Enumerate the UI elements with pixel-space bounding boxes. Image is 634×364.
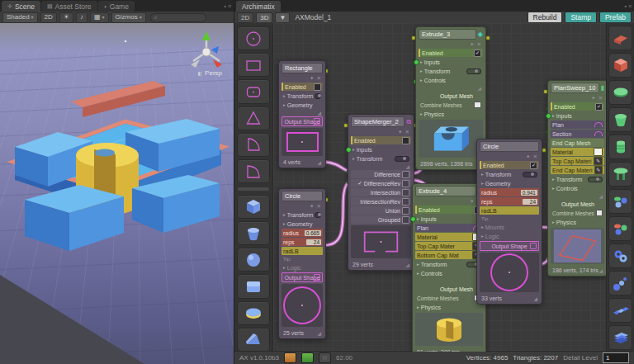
palette-item-cup-mesh[interactable] bbox=[237, 221, 270, 245]
row-param-radius[interactable]: radius0.941 bbox=[480, 188, 539, 196]
node-resize-handle[interactable]: ◢ bbox=[599, 267, 603, 273]
row-geometry[interactable]: ▸Geometry bbox=[480, 179, 539, 187]
node-extrude_4[interactable]: Extrude_4◆✦✕Enabled✓▸InputsPlanMaterialT… bbox=[412, 183, 486, 352]
library-item-green-column[interactable] bbox=[608, 135, 632, 159]
row-param-reps[interactable]: reps24 bbox=[282, 238, 323, 246]
node-title-field[interactable]: Circle bbox=[480, 141, 539, 152]
rebuild-button[interactable]: Rebuild bbox=[528, 12, 563, 23]
row-bottom-cap-mat[interactable]: Bottom Cap Mat✎ bbox=[415, 251, 483, 259]
row-physics[interactable]: ▸Physics bbox=[551, 218, 604, 226]
node-title[interactable]: Circle bbox=[282, 191, 323, 201]
row-radlb[interactable]: radLB bbox=[282, 247, 323, 255]
node-resize-handle[interactable]: ◢ bbox=[533, 295, 537, 301]
node-title-field[interactable]: Extrude_3 bbox=[419, 29, 476, 40]
palette-item-wedge-mesh[interactable] bbox=[237, 328, 270, 352]
library-item-blue-spiral[interactable] bbox=[608, 271, 632, 295]
trash-icon[interactable]: ✕ bbox=[533, 154, 537, 160]
node-title[interactable]: Rectangle bbox=[282, 63, 323, 73]
row-output-shape[interactable]: Output Shape bbox=[282, 116, 323, 126]
node-circle[interactable]: Circle✦✕Enabled✓▸Transform▸Geometryradiu… bbox=[476, 139, 542, 305]
row-end-cap-mesh[interactable]: End Cap Mesh bbox=[551, 139, 604, 147]
row-plan[interactable]: Plan bbox=[415, 224, 483, 232]
mini-slider[interactable] bbox=[315, 212, 321, 218]
row-option-intersectionrev[interactable]: IntersectionRev bbox=[351, 197, 411, 206]
ax-2d-button[interactable]: 2D bbox=[237, 12, 253, 23]
tab-asset-store[interactable]: ▤Asset Store bbox=[41, 1, 97, 12]
row-logic[interactable]: ▸Logic bbox=[480, 232, 539, 240]
palette-item-sphere-mesh[interactable] bbox=[237, 248, 270, 272]
row-enabled[interactable]: Enabled bbox=[351, 136, 411, 144]
row-transform[interactable]: ▸Transform bbox=[415, 260, 483, 268]
row-material[interactable]: Material bbox=[551, 148, 604, 156]
row-option-union[interactable]: Union bbox=[351, 206, 411, 215]
param-value[interactable]: 0.665 bbox=[305, 230, 321, 236]
palette-item-corner-curve-shape[interactable] bbox=[237, 159, 270, 183]
node-resize-handle[interactable]: ◢ bbox=[405, 262, 409, 267]
node-rectangle[interactable]: Rectangle✦✕Enabled▸Transform▸Geometry◢Ou… bbox=[278, 60, 326, 168]
row-option-differencerev[interactable]: ✓DifferenceRev bbox=[351, 179, 411, 187]
row-physics[interactable]: ▸Physics bbox=[419, 110, 483, 118]
row-top-cap-mater[interactable]: Top Cap Mater✎ bbox=[415, 242, 483, 250]
row-transform[interactable]: ▸Transform bbox=[419, 67, 483, 75]
row-enabled[interactable]: Enabled✓ bbox=[415, 206, 483, 214]
node-title-field[interactable]: PlanSweep_10 bbox=[551, 83, 599, 93]
node-title-field[interactable]: Rectangle bbox=[282, 63, 323, 73]
row-transform[interactable]: ▸Transform bbox=[351, 154, 411, 163]
trash-icon[interactable]: ✕ bbox=[599, 95, 603, 102]
z-axis-cone[interactable] bbox=[211, 46, 219, 54]
palette-item-rounded-rect-shape[interactable] bbox=[237, 79, 270, 103]
library-item-green-disc[interactable] bbox=[608, 80, 632, 105]
row-output-shape[interactable]: Output Shape bbox=[282, 272, 323, 282]
row-combine-meshes[interactable]: Combine Meshes bbox=[551, 209, 604, 217]
row-material[interactable]: Material bbox=[415, 233, 483, 241]
library-item-red-sheet[interactable] bbox=[608, 26, 632, 50]
row-combine-meshes[interactable]: Combine Meshes bbox=[419, 101, 483, 109]
row-controls[interactable]: ▸Controls bbox=[415, 269, 483, 277]
node-title[interactable]: ShapeMerger_2⧉ bbox=[351, 116, 411, 127]
trash-icon[interactable]: ✕ bbox=[317, 75, 321, 82]
node-shapemerger_2[interactable]: ShapeMerger_2⧉✦✕Enabled▸Inputs▸Transform… bbox=[348, 114, 414, 271]
lighting-toggle[interactable]: ☀ bbox=[59, 12, 73, 23]
library-item-node-group-a[interactable] bbox=[608, 189, 632, 214]
row-physics[interactable]: ▸Physics bbox=[415, 303, 483, 311]
row-end-cap-materi[interactable]: End Cap Materi✎ bbox=[551, 166, 604, 174]
scene-viewport[interactable]: ◧Persp bbox=[0, 23, 234, 364]
detail-level-input[interactable]: 1 bbox=[603, 352, 629, 363]
row-option-intersection[interactable]: Intersection bbox=[351, 188, 411, 196]
param-value[interactable]: 24 bbox=[306, 239, 321, 245]
persp-toggle[interactable]: ◧Persp bbox=[197, 69, 222, 77]
input-port[interactable] bbox=[346, 147, 352, 153]
scene-search-input[interactable]: ⌕ bbox=[150, 13, 206, 22]
stamp-button[interactable]: Stamp bbox=[565, 12, 597, 23]
row-enabled[interactable]: Enabled✓ bbox=[480, 161, 539, 169]
row-radlb[interactable]: radLB bbox=[480, 206, 539, 215]
trash-icon[interactable]: ✕ bbox=[477, 41, 481, 48]
row-option-difference[interactable]: Difference bbox=[351, 170, 411, 178]
row-output-mesh[interactable]: Output Mesh bbox=[415, 285, 483, 293]
input-port[interactable] bbox=[410, 216, 416, 222]
grid-snap-icon[interactable]: ∷ bbox=[319, 352, 331, 363]
node-title[interactable]: PlanSweep_10▮ bbox=[551, 83, 604, 93]
row-output-mesh[interactable]: Output Mesh bbox=[551, 200, 604, 208]
palette-item-plane-mesh[interactable] bbox=[237, 274, 270, 298]
palette-item-box-mesh[interactable] bbox=[237, 195, 270, 219]
tab-archimatix[interactable]: Archimatix bbox=[236, 1, 281, 12]
row-geometry[interactable]: ▸Geometry bbox=[282, 101, 323, 109]
input-port[interactable] bbox=[414, 59, 419, 65]
row-plan[interactable]: Plan bbox=[551, 121, 604, 129]
material-swatch[interactable]: ✎ bbox=[594, 157, 603, 165]
row-combine-meshes[interactable]: Combine Meshes bbox=[415, 294, 483, 302]
row-inputs[interactable]: ▸Inputs bbox=[415, 215, 483, 223]
library-item-red-cube[interactable] bbox=[608, 53, 632, 78]
row-geometry[interactable]: ▸Geometry bbox=[282, 220, 323, 228]
enabled-checkbox[interactable] bbox=[402, 137, 409, 144]
audio-toggle[interactable]: ♪ bbox=[76, 12, 88, 23]
row-controls[interactable]: ▸Controls bbox=[551, 184, 604, 192]
row-enabled[interactable]: Enabled✓ bbox=[551, 102, 604, 111]
row-controls[interactable]: ▸Controls bbox=[419, 76, 483, 84]
node-circle[interactable]: Circle✦✕▸Transform▸Geometryradius0.665re… bbox=[278, 188, 326, 339]
shading-dropdown[interactable]: Shaded▾ bbox=[2, 12, 38, 23]
library-item-blue-rings[interactable] bbox=[608, 243, 632, 268]
mini-slider[interactable] bbox=[588, 177, 603, 182]
node-title[interactable]: Extrude_4◆ bbox=[415, 186, 483, 196]
